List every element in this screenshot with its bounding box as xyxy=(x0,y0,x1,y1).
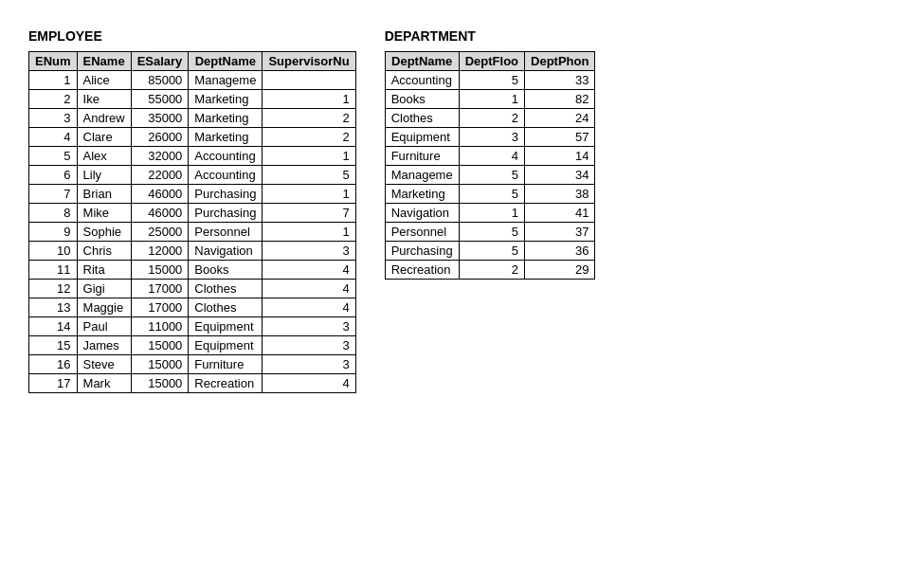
employee-cell: 1 xyxy=(263,147,355,166)
employee-cell: James xyxy=(77,336,131,355)
employee-cell: Clothes xyxy=(189,298,263,317)
employee-cell: 2 xyxy=(263,109,355,128)
employee-row: 2Ike55000Marketing1 xyxy=(29,90,356,109)
employee-cell: 16 xyxy=(29,355,78,374)
employee-cell: 10 xyxy=(29,242,78,261)
department-cell: 5 xyxy=(459,166,524,185)
employee-cell: 12 xyxy=(29,280,78,298)
employee-cell: 13 xyxy=(29,298,78,317)
employee-cell: 6 xyxy=(29,166,78,185)
department-row: Recreation229 xyxy=(385,261,595,280)
employee-cell: 26000 xyxy=(131,128,189,147)
employee-cell: 15000 xyxy=(131,374,189,393)
employee-cell: Books xyxy=(189,261,263,280)
employee-cell: 35000 xyxy=(131,109,189,128)
employee-row: 7Brian46000Purchasing1 xyxy=(29,185,356,204)
department-cell: 34 xyxy=(525,166,595,185)
employee-cell: 11 xyxy=(29,261,78,280)
employee-cell: Lily xyxy=(77,166,131,185)
employee-cell: Clare xyxy=(77,128,131,147)
department-cell: 4 xyxy=(459,147,524,166)
employee-cell: Clothes xyxy=(189,280,263,298)
department-row: Navigation141 xyxy=(385,204,595,223)
employee-cell: 17000 xyxy=(131,298,189,317)
employee-row: 5Alex32000Accounting1 xyxy=(29,147,356,166)
employee-cell: Accounting xyxy=(189,147,263,166)
employee-cell: 22000 xyxy=(131,166,189,185)
employee-cell: 4 xyxy=(29,128,78,147)
employee-cell: 1 xyxy=(263,90,355,109)
department-col-deptfloo: DeptFloo xyxy=(459,52,524,71)
employee-section: EMPLOYEE ENumENameESalaryDeptNameSupervi… xyxy=(28,28,356,393)
employee-col-supervisornu: SupervisorNu xyxy=(263,52,355,71)
employee-title: EMPLOYEE xyxy=(28,28,356,44)
employee-cell: 85000 xyxy=(131,71,189,90)
employee-cell xyxy=(263,71,355,90)
department-cell: Personnel xyxy=(385,223,459,242)
department-section: DEPARTMENT DeptNameDeptFlooDeptPhon Acco… xyxy=(385,28,596,393)
employee-cell: 1 xyxy=(263,223,355,242)
employee-row: 10Chris12000Navigation3 xyxy=(29,242,356,261)
department-cell: Recreation xyxy=(385,261,459,280)
employee-cell: 12000 xyxy=(131,242,189,261)
employee-cell: 17000 xyxy=(131,280,189,298)
employee-col-enum: ENum xyxy=(29,52,78,71)
department-cell: 29 xyxy=(525,261,595,280)
employee-cell: 15000 xyxy=(131,355,189,374)
employee-cell: 8 xyxy=(29,204,78,223)
department-cell: 38 xyxy=(525,185,595,204)
employee-cell: 5 xyxy=(29,147,78,166)
department-cell: 5 xyxy=(459,223,524,242)
department-row: Manageme534 xyxy=(385,166,595,185)
employee-cell: 4 xyxy=(263,261,355,280)
employee-cell: 14 xyxy=(29,317,78,336)
department-cell: 37 xyxy=(525,223,595,242)
department-table: DeptNameDeptFlooDeptPhon Accounting533Bo… xyxy=(385,51,596,280)
employee-cell: 2 xyxy=(263,128,355,147)
employee-cell: Purchasing xyxy=(189,185,263,204)
department-cell: 24 xyxy=(525,109,595,128)
employee-cell: Personnel xyxy=(189,223,263,242)
department-cell: 5 xyxy=(459,71,524,90)
employee-cell: 4 xyxy=(263,280,355,298)
department-cell: 36 xyxy=(525,242,595,261)
employee-cell: 3 xyxy=(29,109,78,128)
department-cell: Purchasing xyxy=(385,242,459,261)
employee-cell: Marketing xyxy=(189,128,263,147)
department-cell: 3 xyxy=(459,128,524,147)
department-cell: 1 xyxy=(459,90,524,109)
employee-cell: 46000 xyxy=(131,204,189,223)
employee-cell: Andrew xyxy=(77,109,131,128)
department-cell: Clothes xyxy=(385,109,459,128)
department-cell: 5 xyxy=(459,242,524,261)
employee-cell: 7 xyxy=(29,185,78,204)
department-cell: 5 xyxy=(459,185,524,204)
employee-cell: 3 xyxy=(263,336,355,355)
employee-cell: Navigation xyxy=(189,242,263,261)
department-cell: 1 xyxy=(459,204,524,223)
employee-row: 9Sophie25000Personnel1 xyxy=(29,223,356,242)
department-cell: Accounting xyxy=(385,71,459,90)
employee-cell: 46000 xyxy=(131,185,189,204)
department-row: Books182 xyxy=(385,90,595,109)
department-header-row: DeptNameDeptFlooDeptPhon xyxy=(385,52,595,71)
employee-cell: Brian xyxy=(77,185,131,204)
department-cell: Navigation xyxy=(385,204,459,223)
employee-cell: 9 xyxy=(29,223,78,242)
department-cell: 41 xyxy=(525,204,595,223)
department-row: Equipment357 xyxy=(385,128,595,147)
department-cell: 82 xyxy=(525,90,595,109)
employee-cell: 7 xyxy=(263,204,355,223)
employee-cell: 2 xyxy=(29,90,78,109)
employee-row: 12Gigi17000Clothes4 xyxy=(29,280,356,298)
department-cell: Furniture xyxy=(385,147,459,166)
department-cell: 2 xyxy=(459,261,524,280)
employee-cell: 55000 xyxy=(131,90,189,109)
department-row: Furniture414 xyxy=(385,147,595,166)
employee-cell: Furniture xyxy=(189,355,263,374)
department-cell: 14 xyxy=(525,147,595,166)
department-col-deptname: DeptName xyxy=(385,52,459,71)
department-cell: Books xyxy=(385,90,459,109)
employee-cell: Purchasing xyxy=(189,204,263,223)
department-title: DEPARTMENT xyxy=(385,28,596,44)
